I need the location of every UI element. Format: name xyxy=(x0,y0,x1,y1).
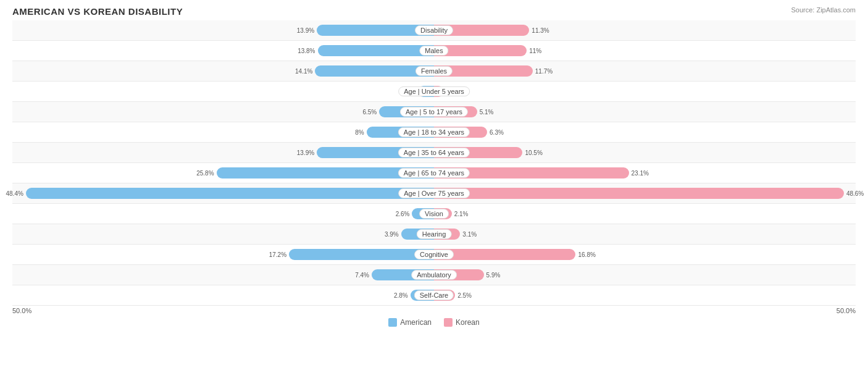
row-label: Vision xyxy=(419,209,449,219)
table-row: 1.9%1.2%Age | Under 5 years xyxy=(12,82,856,102)
bar-american xyxy=(26,188,434,199)
value-american: 7.4% xyxy=(355,272,369,279)
source-label: Source: ZipAtlas.com xyxy=(791,6,856,14)
row-label: Age | 5 to 17 years xyxy=(400,107,468,117)
chart-title: AMERICAN VS KOREAN DISABILITY xyxy=(12,6,856,17)
row-label: Age | 35 to 64 years xyxy=(398,148,470,158)
value-korean: 10.5% xyxy=(525,149,542,156)
table-row: 13.8%11%Males xyxy=(12,41,856,61)
value-korean: 3.1% xyxy=(462,231,477,238)
row-label: Females xyxy=(415,66,453,76)
value-american: 6.5% xyxy=(362,109,377,116)
table-row: 3.9%3.1%Hearing xyxy=(12,224,856,245)
table-row: 17.2%16.8%Cognitive xyxy=(12,245,856,265)
footer-right: 50.0% xyxy=(837,307,856,314)
value-american: 13.8% xyxy=(298,48,315,54)
legend: American Korean xyxy=(12,318,856,327)
table-row: 14.1%11.7%Females xyxy=(12,61,856,82)
table-row: 48.4%48.6%Age | Over 75 years xyxy=(12,183,856,204)
row-label: Age | 18 to 34 years xyxy=(398,127,470,137)
value-korean: 5.1% xyxy=(480,109,494,116)
value-korean: 6.3% xyxy=(490,129,504,136)
legend-american: American xyxy=(388,318,432,327)
table-row: 13.9%10.5%Age | 35 to 64 years xyxy=(12,143,856,163)
row-label: Self-Care xyxy=(414,290,454,300)
value-american: 13.9% xyxy=(297,27,314,34)
value-korean: 2.1% xyxy=(454,211,469,217)
legend-korean: Korean xyxy=(444,318,480,327)
table-row: 7.4%5.9%Ambulatory xyxy=(12,265,856,285)
value-american: 8% xyxy=(355,129,364,136)
legend-american-box xyxy=(388,318,397,327)
value-american: 13.9% xyxy=(297,149,314,156)
chart-area: 13.9%11.3%Disability13.8%11%Males14.1%11… xyxy=(12,20,856,306)
value-korean: 16.8% xyxy=(578,251,595,258)
table-row: 8%6.3%Age | 18 to 34 years xyxy=(12,122,856,143)
row-label: Age | Over 75 years xyxy=(398,188,470,198)
value-american: 3.9% xyxy=(385,231,399,238)
row-label: Hearing xyxy=(417,229,452,239)
footer-row: 50.0% 50.0% xyxy=(12,307,856,314)
value-korean: 2.5% xyxy=(457,292,472,299)
value-korean: 11.7% xyxy=(535,68,553,75)
row-label: Disability xyxy=(415,25,453,35)
value-korean: 48.6% xyxy=(846,190,864,197)
value-american: 17.2% xyxy=(269,251,286,258)
value-american: 2.8% xyxy=(394,292,408,299)
footer-left: 50.0% xyxy=(12,307,31,314)
row-label: Age | 65 to 74 years xyxy=(398,168,470,178)
legend-korean-box xyxy=(444,318,453,327)
value-korean: 11% xyxy=(529,48,541,54)
chart-container: AMERICAN VS KOREAN DISABILITY Source: Zi… xyxy=(0,0,868,378)
bar-american xyxy=(289,249,434,260)
value-american: 48.4% xyxy=(6,190,23,197)
table-row: 2.6%2.1%Vision xyxy=(12,204,856,224)
row-label: Ambulatory xyxy=(411,270,457,280)
table-row: 2.8%2.5%Self-Care xyxy=(12,285,856,306)
legend-american-label: American xyxy=(400,318,432,327)
row-label: Cognitive xyxy=(414,250,454,259)
value-korean: 11.3% xyxy=(532,27,549,34)
value-korean: 5.9% xyxy=(486,272,501,279)
bar-american xyxy=(318,45,435,56)
value-korean: 23.1% xyxy=(632,170,649,177)
value-american: 2.6% xyxy=(396,211,410,217)
legend-korean-label: Korean xyxy=(456,318,480,327)
value-american: 14.1% xyxy=(295,68,312,75)
table-row: 13.9%11.3%Disability xyxy=(12,20,856,41)
row-label: Age | Under 5 years xyxy=(398,86,470,96)
value-american: 25.8% xyxy=(196,170,214,177)
table-row: 6.5%5.1%Age | 5 to 17 years xyxy=(12,102,856,122)
bar-korean xyxy=(434,249,575,260)
table-row: 25.8%23.1%Age | 65 to 74 years xyxy=(12,163,856,183)
bar-korean xyxy=(434,188,844,199)
row-label: Males xyxy=(419,46,448,56)
